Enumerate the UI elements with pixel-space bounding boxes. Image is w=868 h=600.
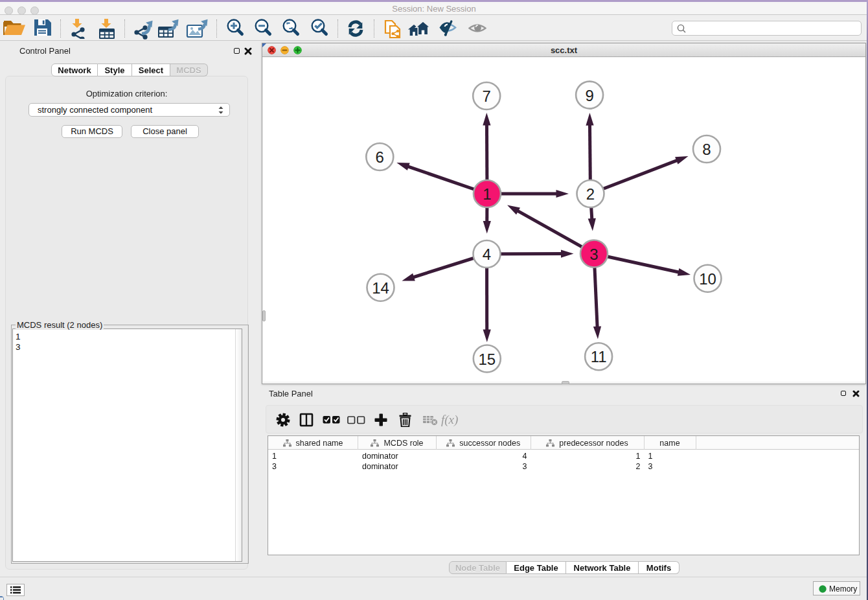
svg-text:1: 1 xyxy=(483,185,491,203)
svg-text:9: 9 xyxy=(585,87,593,104)
svg-text:6: 6 xyxy=(376,148,384,166)
svg-text:8: 8 xyxy=(702,141,711,158)
svg-text:4: 4 xyxy=(483,246,491,263)
svg-text:3: 3 xyxy=(589,246,598,263)
svg-text:7: 7 xyxy=(483,87,491,105)
svg-text:15: 15 xyxy=(478,351,496,368)
svg-text:2: 2 xyxy=(586,185,595,203)
svg-text:14: 14 xyxy=(372,279,389,297)
svg-text:10: 10 xyxy=(699,270,716,288)
svg-text:11: 11 xyxy=(591,348,607,365)
